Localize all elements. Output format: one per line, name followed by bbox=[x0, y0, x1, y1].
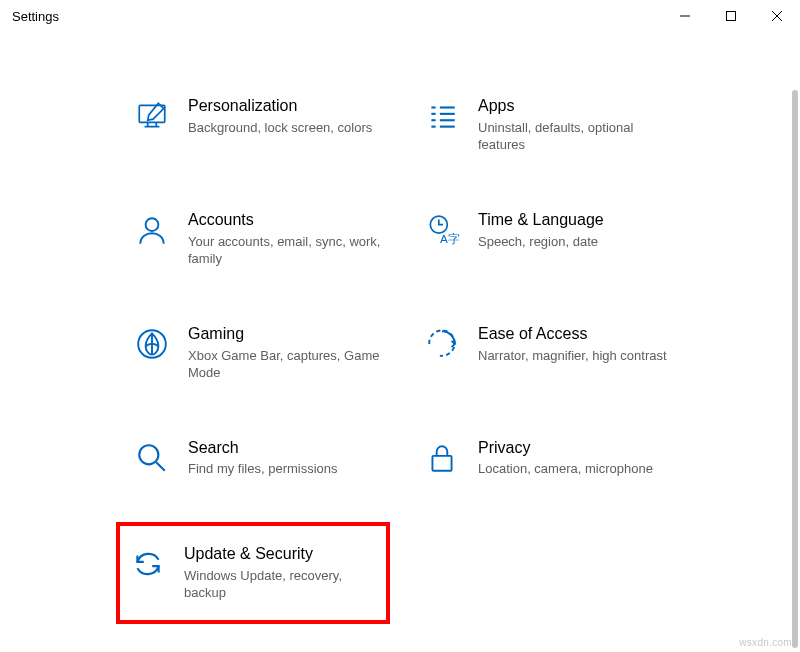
tile-title: Gaming bbox=[188, 324, 386, 345]
close-button[interactable] bbox=[754, 0, 800, 32]
window-title: Settings bbox=[12, 9, 59, 24]
tile-desc: Find my files, permissions bbox=[188, 460, 386, 478]
tile-ease-of-access[interactable]: Ease of Access Narrator, magnifier, high… bbox=[420, 318, 680, 388]
svg-point-14 bbox=[139, 445, 158, 464]
tile-desc: Location, camera, microphone bbox=[478, 460, 676, 478]
watermark: wsxdn.com bbox=[739, 637, 792, 648]
tile-privacy[interactable]: Privacy Location, camera, microphone bbox=[420, 432, 680, 484]
personalization-icon bbox=[134, 98, 170, 134]
tile-title: Update & Security bbox=[184, 544, 376, 565]
tile-title: Time & Language bbox=[478, 210, 676, 231]
svg-text:A字: A字 bbox=[440, 232, 459, 245]
tile-title: Search bbox=[188, 438, 386, 459]
tile-time-language[interactable]: A字 Time & Language Speech, region, date bbox=[420, 204, 680, 274]
tile-desc: Your accounts, email, sync, work, family bbox=[188, 233, 386, 268]
tile-desc: Speech, region, date bbox=[478, 233, 676, 251]
tile-gaming[interactable]: Gaming Xbox Game Bar, captures, Game Mod… bbox=[130, 318, 390, 388]
tile-apps[interactable]: Apps Uninstall, defaults, optional featu… bbox=[420, 90, 680, 160]
search-icon bbox=[134, 440, 170, 476]
tile-title: Accounts bbox=[188, 210, 386, 231]
tile-desc: Windows Update, recovery, backup bbox=[184, 567, 376, 602]
settings-grid: Personalization Background, lock screen,… bbox=[130, 90, 680, 624]
tile-desc: Uninstall, defaults, optional features bbox=[478, 119, 676, 154]
tile-desc: Xbox Game Bar, captures, Game Mode bbox=[188, 347, 386, 382]
update-security-icon bbox=[130, 546, 166, 582]
tile-title: Ease of Access bbox=[478, 324, 676, 345]
apps-icon bbox=[424, 98, 460, 134]
gaming-icon bbox=[134, 326, 170, 362]
svg-rect-16 bbox=[432, 456, 451, 471]
tile-update-security[interactable]: Update & Security Windows Update, recove… bbox=[116, 522, 390, 624]
tile-title: Apps bbox=[478, 96, 676, 117]
minimize-button[interactable] bbox=[662, 0, 708, 32]
tile-desc: Background, lock screen, colors bbox=[188, 119, 386, 137]
maximize-icon bbox=[726, 11, 736, 21]
tile-personalization[interactable]: Personalization Background, lock screen,… bbox=[130, 90, 390, 160]
tile-accounts[interactable]: Accounts Your accounts, email, sync, wor… bbox=[130, 204, 390, 274]
svg-line-15 bbox=[156, 462, 165, 471]
scrollbar[interactable] bbox=[792, 90, 798, 648]
ease-of-access-icon bbox=[424, 326, 460, 362]
close-icon bbox=[772, 11, 782, 21]
tile-desc: Narrator, magnifier, high contrast bbox=[478, 347, 676, 365]
tile-search[interactable]: Search Find my files, permissions bbox=[130, 432, 390, 484]
tile-title: Personalization bbox=[188, 96, 386, 117]
privacy-icon bbox=[424, 440, 460, 476]
svg-rect-0 bbox=[727, 12, 736, 21]
time-language-icon: A字 bbox=[424, 212, 460, 248]
settings-content: Personalization Background, lock screen,… bbox=[0, 32, 800, 624]
maximize-button[interactable] bbox=[708, 0, 754, 32]
svg-point-10 bbox=[146, 218, 159, 231]
tile-title: Privacy bbox=[478, 438, 676, 459]
minimize-icon bbox=[680, 11, 690, 21]
titlebar: Settings bbox=[0, 0, 800, 32]
accounts-icon bbox=[134, 212, 170, 248]
